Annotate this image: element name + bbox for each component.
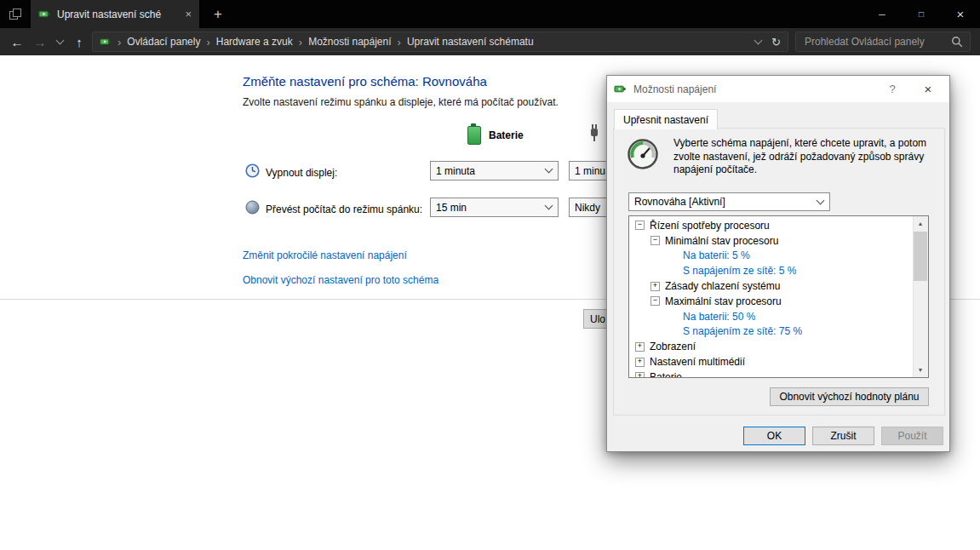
select-value: 1 minuta	[436, 165, 475, 177]
refresh-button[interactable]: ↻	[771, 36, 781, 49]
breadcrumb-separator: ›	[117, 37, 121, 48]
tree-scrollbar[interactable]: ▲ ▼	[913, 216, 928, 377]
breadcrumb-item-power-options[interactable]: Možnosti napájení	[308, 36, 391, 48]
tree-item-label: S napájením ze sítě: 5 %	[683, 265, 796, 277]
cancel-button[interactable]: Zrušit	[812, 427, 874, 445]
tree-rows: − Řízení spotřeby procesoru − Minimální …	[629, 218, 914, 378]
apply-button[interactable]: Použít	[881, 427, 943, 445]
scroll-down-button[interactable]: ▼	[914, 363, 927, 377]
select-value: Rovnováha [Aktivní]	[634, 196, 725, 208]
tree-item-label: Řízení spotřeby procesoru	[650, 220, 770, 232]
tab-power-settings[interactable]: Upravit nastavení sché ×	[31, 0, 199, 28]
battery-icon	[467, 126, 481, 145]
back-button[interactable]: ←	[5, 28, 29, 55]
tree-item-label: Zásady chlazení systému	[665, 280, 780, 292]
power-meter-icon	[626, 137, 660, 171]
expand-icon[interactable]: +	[650, 282, 660, 291]
tree-item[interactable]: − Minimální stav procesoru	[629, 233, 914, 249]
tree-item[interactable]: + Nastavení multimédií	[629, 354, 914, 370]
tree-item[interactable]: + Zásady chlazení systému	[629, 278, 914, 294]
collapse-icon[interactable]: −	[650, 296, 660, 306]
tree-item[interactable]: + Zobrazení	[629, 339, 914, 354]
chevron-down-icon	[55, 36, 64, 44]
power-plan-select[interactable]: Rovnováha [Aktivní]	[628, 192, 830, 211]
tree-item[interactable]: S napájením ze sítě: 75 %	[629, 324, 914, 340]
tree-item-label: Nastavení multimédií	[650, 356, 745, 368]
forward-button[interactable]: →	[29, 28, 51, 55]
address-dropdown-button[interactable]	[754, 36, 763, 44]
expand-icon[interactable]: +	[635, 372, 645, 378]
tree-item-label: Minimální stav procesoru	[665, 235, 778, 247]
tab-close-button[interactable]: ×	[185, 9, 192, 20]
tree-item-label: Zobrazení	[650, 341, 696, 352]
explorer-window: Upravit nastavení sché × + ─ □ × ← → ↑ ›…	[0, 0, 980, 550]
tree-item[interactable]: − Maximální stav procesoru	[629, 294, 914, 309]
select-value: Nikdy	[575, 202, 600, 214]
select-value: 1 minu	[575, 165, 605, 177]
close-button[interactable]: ×	[941, 0, 980, 28]
power-options-icon	[614, 83, 627, 95]
page-subtitle: Zvolte nastavení režimu spánku a displej…	[243, 96, 559, 108]
window-controls: ─ □ ×	[863, 0, 980, 28]
help-button[interactable]: ?	[878, 76, 907, 102]
minimize-button[interactable]: ─	[863, 0, 902, 28]
ac-plug-icon	[587, 123, 601, 142]
advanced-power-settings-link[interactable]: Změnit pokročilé nastavení napájení	[243, 249, 407, 261]
expand-icon[interactable]: +	[635, 342, 645, 352]
select-value: 15 min	[436, 202, 467, 214]
dialog-close-button[interactable]: ×	[914, 76, 943, 102]
chevron-down-icon	[817, 196, 825, 204]
tree-item-label: S napájením ze sítě: 75 %	[683, 325, 802, 337]
page-title: Změňte nastavení pro schéma: Rovnováha	[243, 74, 487, 89]
power-options-icon	[100, 36, 112, 48]
scroll-thumb[interactable]	[914, 232, 927, 281]
dialog-title-bar[interactable]: Možnosti napájení ? ×	[607, 76, 949, 102]
settings-tree[interactable]: − Řízení spotřeby procesoru − Minimální …	[628, 215, 929, 378]
up-button[interactable]: ↑	[68, 28, 90, 55]
power-options-icon	[38, 8, 51, 20]
chevron-down-icon	[545, 202, 553, 210]
breadcrumb-item-edit-plan[interactable]: Upravit nastavení schématu	[407, 36, 534, 48]
clock-icon	[245, 163, 260, 178]
battery-column-header: Baterie	[489, 129, 524, 141]
sleep-moon-icon	[245, 200, 260, 215]
display-off-label: Vypnout displej:	[266, 167, 337, 179]
breadcrumb[interactable]: › Ovládací panely › Hardware a zvuk › Mo…	[92, 32, 788, 52]
breadcrumb-separator: ›	[299, 37, 302, 48]
tree-item[interactable]: S napájením ze sítě: 5 %	[629, 263, 914, 278]
breadcrumb-separator: ›	[398, 37, 401, 48]
search-icon	[951, 36, 963, 48]
breadcrumb-separator: ›	[206, 37, 209, 48]
collapse-icon[interactable]: −	[635, 221, 645, 230]
restore-plan-defaults-button[interactable]: Obnovit výchozí hodnoty plánu	[770, 387, 929, 406]
sleep-battery-select[interactable]: 15 min	[430, 198, 559, 217]
collapse-icon[interactable]: −	[650, 236, 660, 245]
tree-item[interactable]: − Řízení spotřeby procesoru	[629, 218, 914, 233]
maximize-button[interactable]: □	[902, 0, 941, 28]
expand-icon[interactable]: +	[635, 358, 645, 367]
tree-item-label: Na baterii: 5 %	[683, 249, 750, 261]
tree-item[interactable]: + Baterie	[629, 370, 914, 378]
history-dropdown-button[interactable]	[51, 28, 68, 55]
tab-list-icon[interactable]	[9, 9, 21, 20]
display-battery-select[interactable]: 1 minuta	[430, 161, 559, 180]
chevron-down-icon	[545, 165, 553, 174]
dialog-title: Možnosti napájení	[633, 83, 871, 95]
restore-default-settings-link[interactable]: Obnovit výchozí nastavení pro toto schém…	[243, 274, 438, 286]
power-options-dialog: Možnosti napájení ? × Upřesnit nastavení…	[606, 75, 950, 452]
search-input[interactable]	[803, 35, 951, 49]
tree-item[interactable]: Na baterii: 50 %	[629, 309, 914, 324]
breadcrumb-item-hardware-sound[interactable]: Hardware a zvuk	[216, 36, 293, 48]
breadcrumb-item-control-panel[interactable]: Ovládací panely	[127, 36, 200, 48]
title-bar[interactable]: Upravit nastavení sché × + ─ □ ×	[0, 0, 980, 28]
tab-title: Upravit nastavení sché	[57, 9, 179, 20]
scroll-up-button[interactable]: ▲	[914, 216, 927, 231]
ok-button[interactable]: OK	[743, 427, 805, 445]
tree-item-label: Na baterii: 50 %	[683, 311, 755, 323]
search-box[interactable]	[795, 32, 971, 52]
tree-item-label: Baterie	[650, 371, 682, 378]
new-tab-button[interactable]: +	[206, 0, 230, 28]
tree-item[interactable]: Na baterii: 5 %	[629, 249, 914, 264]
tab-advanced-settings[interactable]: Upřesnit nastavení	[614, 109, 718, 129]
sleep-label: Převést počítač do režimu spánku:	[266, 203, 422, 215]
